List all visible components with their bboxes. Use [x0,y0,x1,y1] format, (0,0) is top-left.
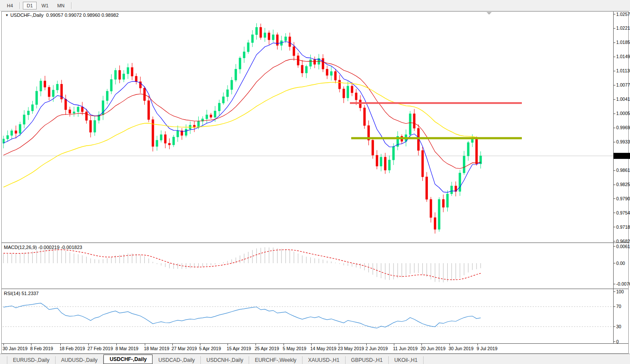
tab-eurchf-weekly[interactable]: EURCHF-,Weekly [249,356,302,364]
timeframe-button-mn[interactable]: MN [53,2,69,9]
svg-text:5 May 2019: 5 May 2019 [283,346,306,351]
svg-text:0.00613: 0.00613 [616,244,630,249]
svg-text:23 May 2019: 23 May 2019 [338,346,364,351]
svg-text:2 Jun 2019: 2 Jun 2019 [365,346,388,351]
svg-text:100: 100 [616,289,624,294]
svg-text:8 Mar 2019: 8 Mar 2019 [115,346,138,351]
svg-text:0.97180: 0.97180 [616,224,630,230]
svg-text:0.97540: 0.97540 [616,210,630,215]
macd-indicator-label: MACD(12,26,9) -0.000219 -0.001823 [4,245,82,250]
svg-text:1.02570: 1.02570 [616,12,630,17]
svg-text:18 Mar 2019: 18 Mar 2019 [144,346,169,351]
chart-title: ▼USDCHF-,Daily 0.99057 0.99072 0.98960 0… [5,12,119,18]
svg-text:0.96820: 0.96820 [616,239,630,244]
toolbar-separator [19,2,20,9]
svg-text:27 Feb 2019: 27 Feb 2019 [87,346,113,351]
resistance-line[interactable] [350,102,522,104]
tab-gbpusd-h1[interactable]: GBPUSD-,H1 [346,356,389,364]
rsi-value: 51.2337 [22,291,39,296]
svg-text:15 Apr 2019: 15 Apr 2019 [227,346,251,351]
timeframe-button-h4[interactable]: H4 [3,2,17,9]
ohlc-open-value: 0.99057 [46,12,63,18]
svg-text:0.99330: 0.99330 [616,139,630,144]
svg-text:1.01490: 1.01490 [616,54,630,59]
tab-usdchf-daily[interactable]: USDCHF-,Daily [103,355,153,364]
svg-text:70: 70 [616,304,621,309]
timeframe-button-d1[interactable]: D1 [23,2,37,9]
svg-text:1.00770: 1.00770 [616,82,630,87]
symbol-tab-bar: EURUSD-,DailyAUDUSD-,DailyUSDCHF-,DailyU… [0,354,630,364]
rsi-axis: 10070300 [614,289,624,344]
rsi-line [3,303,481,328]
svg-text:0.98250: 0.98250 [616,182,630,187]
chart-symbol-label: USDCHF-,Daily [10,12,44,18]
svg-text:30 Jan 2019: 30 Jan 2019 [3,346,28,351]
svg-text:0.00: 0.00 [616,261,625,266]
svg-text:1.01130: 1.01130 [616,68,630,73]
svg-text:1.00410: 1.00410 [616,96,630,102]
tab-eurusd-daily[interactable]: EURUSD-,Daily [7,356,56,364]
svg-text:5 Apr 2019: 5 Apr 2019 [199,346,221,351]
svg-text:1.00050: 1.00050 [616,111,630,116]
svg-text:0.99690: 0.99690 [616,125,630,130]
svg-text:8 Feb 2019: 8 Feb 2019 [30,346,53,351]
ohlc-low-value: 0.98960 [83,12,100,18]
svg-text:-0.00761: -0.00761 [616,281,630,286]
svg-text:27 Mar 2019: 27 Mar 2019 [172,346,197,351]
svg-text:30: 30 [616,324,621,329]
svg-text:0.98610: 0.98610 [616,168,630,173]
svg-text:11 Jun 2019: 11 Jun 2019 [393,346,418,351]
macd-histogram [3,247,480,282]
macd-signal-line [3,250,481,280]
svg-text:0: 0 [616,339,619,344]
toolbar-separator [71,2,72,9]
chart-shift-icon[interactable] [487,12,492,15]
date-axis: 30 Jan 20198 Feb 201918 Feb 201927 Feb 2… [3,344,498,351]
svg-text:0.97900: 0.97900 [616,196,630,201]
svg-text:25 Apr 2019: 25 Apr 2019 [255,346,279,351]
tab-xauusd-h1[interactable]: XAUUSD-,H1 [303,356,346,364]
svg-text:20 Jun 2019: 20 Jun 2019 [421,346,446,351]
trading-terminal-window: H4D1W1MN 1.025701.022101.018501.014901.0… [0,0,630,364]
macd-main-value: -0.000219 [38,245,59,250]
tab-audusd-daily[interactable]: AUDUSD-,Daily [56,356,104,364]
price-axis: 1.025701.022101.018501.014901.011301.007… [614,12,630,244]
svg-text:1.02210: 1.02210 [616,25,630,31]
macd-axis: 0.006130.00-0.00761 [614,244,630,286]
tab-usdcad-daily[interactable]: USDCAD-,Daily [153,356,201,364]
support-line[interactable] [351,137,522,139]
current-price-label: 0.98982 [615,153,630,158]
tab-ukoil-h1[interactable]: UKOil-,H1 [389,356,424,364]
svg-text:1.01850: 1.01850 [616,40,630,45]
svg-text:9 Jul 2019: 9 Jul 2019 [477,346,498,351]
rsi-indicator-label: RSI(14) 51.2337 [4,291,39,296]
macd-indicator-name: MACD(12,26,9) [4,245,37,250]
ohlc-high-value: 0.99072 [65,12,82,18]
candles-layer [3,23,482,233]
svg-text:14 May 2019: 14 May 2019 [310,346,337,351]
ohlc-close-value: 0.98982 [102,12,119,18]
collapse-arrow-icon[interactable]: ▼ [5,13,9,17]
rsi-indicator-name: RSI(14) [4,291,20,296]
timeframe-toolbar: H4D1W1MN [0,0,630,11]
svg-text:18 Feb 2019: 18 Feb 2019 [59,346,85,351]
macd-signal-value: -0.001823 [61,245,82,250]
timeframe-button-w1[interactable]: W1 [37,2,53,9]
svg-text:30 Jun 2019: 30 Jun 2019 [449,346,474,351]
tab-usdcnh-daily[interactable]: USDCNH-,Daily [201,356,249,364]
